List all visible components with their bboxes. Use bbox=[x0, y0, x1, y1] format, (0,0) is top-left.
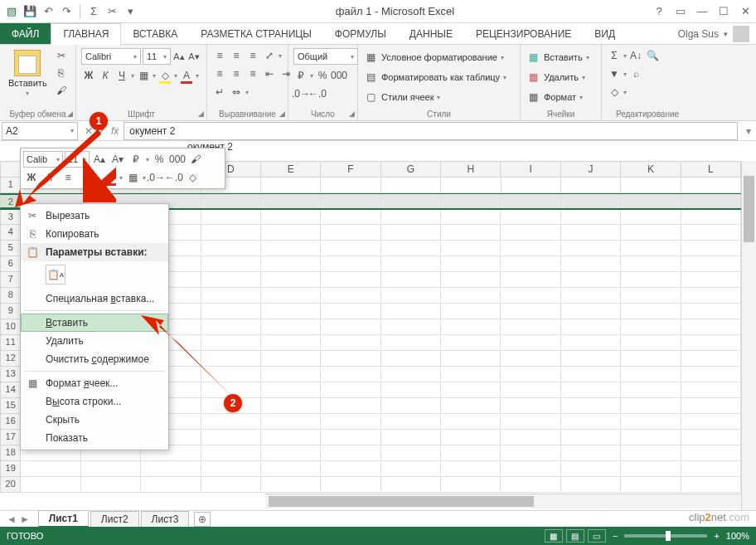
tab-home[interactable]: ГЛАВНАЯ bbox=[51, 23, 121, 45]
align-top-icon[interactable]: ≡ bbox=[212, 48, 227, 63]
cell[interactable] bbox=[441, 351, 501, 367]
merge-icon[interactable]: ⇔ bbox=[229, 85, 244, 100]
font-dialog-icon[interactable]: ◢ bbox=[198, 109, 204, 118]
tab-view[interactable]: ВИД bbox=[583, 23, 627, 44]
col-header[interactable]: E bbox=[261, 161, 321, 178]
cell[interactable] bbox=[321, 272, 380, 288]
col-header[interactable]: L bbox=[681, 161, 741, 178]
format-cells-button[interactable]: ▦Формат ▾ bbox=[526, 90, 589, 105]
find-select-icon[interactable]: ⌕ bbox=[628, 66, 643, 81]
cell[interactable] bbox=[261, 461, 321, 477]
cell[interactable] bbox=[681, 335, 741, 351]
cell[interactable] bbox=[621, 319, 681, 335]
redo-icon[interactable]: ↷ bbox=[60, 5, 73, 18]
ctx-copy[interactable]: ⎘Копировать bbox=[21, 225, 168, 243]
view-page-layout-icon[interactable]: ▤ bbox=[566, 529, 584, 543]
row-header[interactable]: 10 bbox=[0, 319, 21, 335]
sheet-nav-prev-icon[interactable]: ◄ bbox=[7, 513, 17, 525]
sheet-tab[interactable]: Лист3 bbox=[141, 511, 190, 527]
view-page-break-icon[interactable]: ▭ bbox=[588, 529, 606, 543]
grow-font-icon[interactable]: A▴ bbox=[172, 50, 186, 63]
cell[interactable] bbox=[681, 288, 741, 304]
row-header[interactable]: 15 bbox=[0, 398, 21, 414]
col-header[interactable]: H bbox=[441, 161, 501, 178]
format-painter-icon[interactable]: 🖌 bbox=[54, 83, 69, 98]
insert-cells-button[interactable]: ▦Вставить ▾ bbox=[526, 50, 589, 65]
cell[interactable] bbox=[561, 335, 621, 351]
sheet-tab[interactable]: Лист2 bbox=[90, 511, 139, 527]
cell[interactable] bbox=[561, 367, 621, 382]
cell[interactable] bbox=[561, 241, 621, 256]
paste-option-all-icon[interactable]: 📋A bbox=[46, 265, 65, 285]
col-header[interactable]: F bbox=[321, 161, 380, 178]
cell[interactable] bbox=[321, 351, 380, 367]
cell[interactable] bbox=[561, 351, 621, 367]
cell[interactable] bbox=[501, 445, 560, 461]
cell[interactable] bbox=[561, 445, 621, 461]
cell[interactable] bbox=[381, 398, 441, 414]
cell[interactable] bbox=[441, 194, 501, 208]
cell[interactable] bbox=[321, 319, 380, 335]
cell[interactable] bbox=[681, 398, 741, 414]
row-header[interactable]: 18 bbox=[0, 445, 21, 461]
cell[interactable] bbox=[321, 445, 380, 461]
cell[interactable] bbox=[381, 367, 441, 382]
mini-clear-fmt-icon[interactable]: ◇ bbox=[184, 169, 201, 186]
cell[interactable] bbox=[381, 304, 441, 319]
cell[interactable] bbox=[681, 272, 741, 288]
paste-button[interactable]: Вставить ▾ bbox=[5, 48, 51, 99]
cell[interactable] bbox=[441, 335, 501, 351]
cell[interactable] bbox=[621, 210, 681, 225]
cell[interactable] bbox=[681, 477, 741, 493]
cell[interactable] bbox=[261, 241, 321, 256]
cell[interactable] bbox=[321, 241, 380, 256]
inc-decimal-icon[interactable]: .0→ bbox=[293, 86, 308, 101]
new-sheet-button[interactable]: ⊕ bbox=[194, 512, 211, 527]
cell[interactable] bbox=[381, 382, 441, 398]
cell[interactable] bbox=[681, 256, 741, 272]
zoom-out-icon[interactable]: − bbox=[613, 531, 618, 541]
row-header[interactable]: 6 bbox=[0, 256, 21, 272]
cell[interactable] bbox=[321, 288, 380, 304]
cell[interactable] bbox=[381, 241, 441, 256]
formula-bar[interactable]: окумент 2 bbox=[124, 122, 738, 140]
cell[interactable] bbox=[501, 210, 560, 225]
bold-icon[interactable]: Ж bbox=[81, 68, 96, 83]
cell[interactable] bbox=[502, 178, 561, 193]
tab-review[interactable]: РЕЦЕНЗИРОВАНИЕ bbox=[464, 23, 583, 44]
wrap-text-icon[interactable]: ↵ bbox=[212, 85, 227, 100]
cell[interactable] bbox=[441, 288, 501, 304]
zoom-slider[interactable] bbox=[624, 534, 707, 538]
cell[interactable] bbox=[621, 382, 681, 398]
cell[interactable] bbox=[321, 477, 380, 493]
orientation-icon[interactable]: ⤢ bbox=[262, 48, 277, 63]
cell[interactable] bbox=[261, 477, 321, 493]
cell[interactable] bbox=[441, 445, 501, 461]
zoom-in-icon[interactable]: + bbox=[714, 531, 719, 541]
cell[interactable] bbox=[201, 241, 261, 256]
row-header[interactable]: 9 bbox=[0, 304, 21, 319]
border-icon[interactable]: ▦ bbox=[136, 68, 151, 83]
sort-filter-icon[interactable]: A↓ bbox=[628, 48, 643, 63]
cell[interactable] bbox=[201, 461, 261, 477]
cell[interactable] bbox=[381, 445, 441, 461]
cell[interactable] bbox=[621, 461, 681, 477]
ribbon-options-icon[interactable]: ▭ bbox=[670, 2, 691, 22]
cell[interactable] bbox=[321, 225, 380, 241]
font-size-select[interactable]: 11▾ bbox=[143, 48, 171, 65]
cell[interactable] bbox=[621, 304, 681, 319]
delete-cells-button[interactable]: ▦Удалить ▾ bbox=[526, 70, 589, 85]
cell[interactable] bbox=[501, 461, 560, 477]
clipboard-dialog-icon[interactable]: ◢ bbox=[67, 109, 73, 118]
cell[interactable] bbox=[201, 445, 261, 461]
expand-formula-bar-icon[interactable]: ▾ bbox=[741, 122, 756, 140]
cell[interactable] bbox=[501, 256, 560, 272]
cell[interactable] bbox=[681, 225, 741, 241]
cell[interactable] bbox=[441, 398, 501, 414]
mini-dec-dec-icon[interactable]: ←.0 bbox=[166, 169, 182, 186]
cell[interactable] bbox=[621, 351, 681, 367]
maximize-icon[interactable]: ☐ bbox=[713, 2, 734, 22]
cell[interactable] bbox=[681, 241, 741, 256]
cell[interactable] bbox=[441, 319, 501, 335]
view-normal-icon[interactable]: ▦ bbox=[545, 529, 563, 543]
